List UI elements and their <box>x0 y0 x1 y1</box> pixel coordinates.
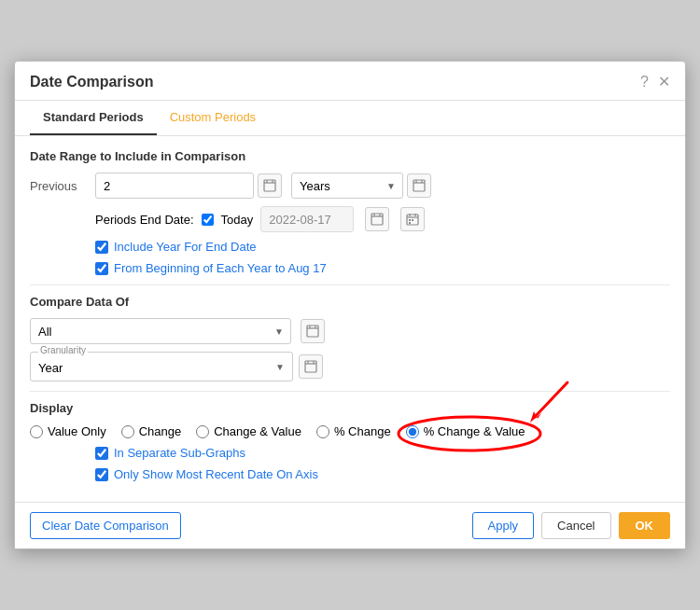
all-select-icon-btn[interactable] <box>301 319 325 343</box>
include-year-text: Include Year For End Date <box>114 240 257 254</box>
help-icon[interactable]: ? <box>640 74 649 90</box>
radio-pct-change-value-input[interactable] <box>406 425 419 438</box>
periods-end-row: Periods End Date: Today 2022-08-17 <box>95 206 670 232</box>
date-range-title: Date Range to Include in Comparison <box>30 149 670 163</box>
include-year-checkbox[interactable] <box>95 241 108 254</box>
compare-data-select[interactable]: All <box>30 318 291 344</box>
radio-change-value-input[interactable] <box>196 425 209 438</box>
radio-change-label: Change <box>139 424 182 438</box>
dialog-title: Date Comparison <box>30 74 153 90</box>
radio-change-value-label: Change & Value <box>214 424 301 438</box>
footer-right-buttons: Apply Cancel OK <box>472 512 671 539</box>
header-icons: ? ✕ <box>640 73 670 90</box>
years-select-container: Years Months Quarters Weeks Days ▼ <box>291 173 403 199</box>
svg-rect-8 <box>371 214 383 225</box>
svg-rect-0 <box>264 180 275 191</box>
radio-change-input[interactable] <box>121 425 134 438</box>
previous-icon-btn[interactable] <box>258 173 282 198</box>
period-unit-select[interactable]: Years Months Quarters Weeks Days <box>291 173 403 199</box>
svg-rect-17 <box>412 219 413 221</box>
dialog-body: Date Range to Include in Comparison Prev… <box>15 136 685 502</box>
compare-data-title: Compare Data Of <box>30 295 670 309</box>
calendar-icon-btn[interactable] <box>400 207 425 231</box>
granularity-label: Granularity <box>38 345 88 355</box>
years-icon-btn[interactable] <box>407 173 431 198</box>
periods-end-label: Periods End Date: <box>95 213 194 227</box>
radio-pct-change-value[interactable]: % Change & Value <box>406 424 525 438</box>
apply-button[interactable]: Apply <box>472 512 535 539</box>
radio-value-only-input[interactable] <box>30 425 43 438</box>
svg-rect-18 <box>409 222 411 224</box>
radio-pct-change[interactable]: % Change <box>316 424 391 438</box>
close-icon[interactable]: ✕ <box>658 73 670 90</box>
dialog-footer: Clear Date Comparison Apply Cancel OK <box>15 502 685 548</box>
tab-custom-periods[interactable]: Custom Periods <box>157 101 269 135</box>
granularity-row: Granularity Year Month Quarter Week Day … <box>30 352 670 381</box>
highlighted-option-wrapper: % Change & Value <box>406 424 525 438</box>
today-label: Today <box>221 213 254 227</box>
granularity-select[interactable]: Year Month Quarter Week Day <box>31 353 292 381</box>
in-separate-text: In Separate Sub-Graphs <box>114 446 245 460</box>
previous-label: Previous <box>30 179 95 193</box>
radio-change[interactable]: Change <box>121 424 182 438</box>
cancel-button[interactable]: Cancel <box>541 512 610 539</box>
include-year-checkbox-label[interactable]: Include Year For End Date <box>95 240 670 254</box>
svg-rect-16 <box>409 219 411 221</box>
date-display: 2022-08-17 <box>260 206 354 232</box>
only-show-checkbox-label[interactable]: Only Show Most Recent Date On Axis <box>95 467 670 481</box>
compare-all-row: All ▼ <box>30 318 670 344</box>
from-beginning-checkbox[interactable] <box>95 262 108 275</box>
radio-pct-change-label: % Change <box>334 424 391 438</box>
tab-standard-periods[interactable]: Standard Periods <box>30 101 157 135</box>
dialog-header: Date Comparison ? ✕ <box>15 62 685 101</box>
radio-pct-change-value-label: % Change & Value <box>424 424 525 438</box>
from-beginning-checkbox-label[interactable]: From Beginning of Each Year to Aug 17 <box>95 261 670 275</box>
previous-input[interactable] <box>95 173 254 199</box>
ok-button[interactable]: OK <box>619 512 671 539</box>
svg-rect-19 <box>307 326 318 337</box>
only-show-checkbox[interactable] <box>95 468 108 481</box>
svg-rect-23 <box>305 361 316 372</box>
only-show-text: Only Show Most Recent Date On Axis <box>114 467 318 481</box>
radio-value-only-label: Value Only <box>48 424 106 438</box>
today-checkbox[interactable] <box>202 214 214 226</box>
clear-date-comparison-button[interactable]: Clear Date Comparison <box>30 512 181 539</box>
granularity-icon-btn[interactable] <box>299 354 323 379</box>
date-comparison-dialog: Date Comparison ? ✕ Standard Periods Cus… <box>14 61 686 549</box>
tabs-container: Standard Periods Custom Periods <box>15 101 685 136</box>
display-options-row: Value Only Change Change & Value % Chang… <box>30 424 670 438</box>
in-separate-checkbox-label[interactable]: In Separate Sub-Graphs <box>95 446 670 460</box>
from-beginning-text: From Beginning of Each Year to Aug 17 <box>114 261 327 275</box>
date-icon-btn[interactable] <box>365 207 389 231</box>
compare-inner: All ▼ <box>30 318 325 344</box>
all-select-container: All ▼ <box>30 318 291 344</box>
previous-row: Previous Years Months Quarters Weeks Day… <box>30 173 670 199</box>
svg-rect-4 <box>413 180 425 191</box>
in-separate-checkbox[interactable] <box>95 447 108 460</box>
display-title: Display <box>30 401 670 415</box>
radio-change-value[interactable]: Change & Value <box>196 424 301 438</box>
granularity-wrapper: Granularity Year Month Quarter Week Day … <box>30 352 293 381</box>
display-section: Display Value Only Change Change & Value… <box>30 401 670 481</box>
radio-value-only[interactable]: Value Only <box>30 424 106 438</box>
years-select-wrapper: Years Months Quarters Weeks Days ▼ <box>291 173 403 199</box>
radio-pct-change-input[interactable] <box>316 425 329 438</box>
